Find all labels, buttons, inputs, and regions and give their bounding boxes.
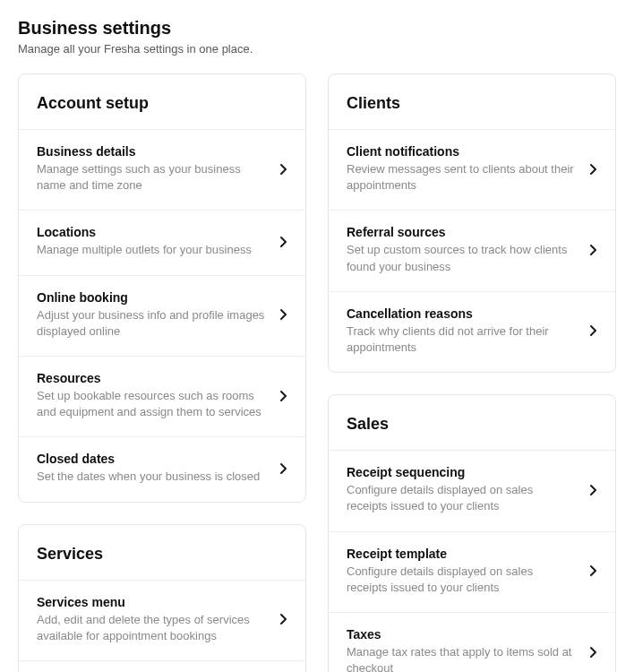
card-sales: SalesReceipt sequencingConfigure details… xyxy=(328,394,616,672)
chevron-right-icon xyxy=(590,646,597,659)
item-title: Online booking xyxy=(37,290,266,305)
item-desc: Configure details displayed on sales rec… xyxy=(347,482,576,514)
item-text: Closed datesSet the dates when your busi… xyxy=(37,452,280,485)
item-desc: Set up bookable resources such as rooms … xyxy=(37,388,266,420)
page-header: Business settings Manage all your Fresha… xyxy=(18,18,616,56)
item-desc: Manage multiple outlets for your busines… xyxy=(37,242,266,258)
chevron-right-icon xyxy=(280,236,287,248)
item-locations[interactable]: LocationsManage multiple outlets for you… xyxy=(19,210,305,274)
item-taxes[interactable]: TaxesManage tax rates that apply to item… xyxy=(329,612,615,672)
item-desc: Add, edit and delete the types of servic… xyxy=(37,612,266,644)
item-desc: Manage settings such as your business na… xyxy=(37,161,266,194)
item-text: Cancellation reasonsTrack why clients di… xyxy=(347,306,590,356)
chevron-right-icon xyxy=(590,484,597,496)
item-vouchers[interactable]: VouchersAdd, edit and delete the types o… xyxy=(19,660,305,672)
item-closed-dates[interactable]: Closed datesSet the dates when your busi… xyxy=(19,436,305,501)
item-title: Locations xyxy=(37,225,266,239)
item-title: Receipt template xyxy=(347,547,576,561)
card-title: Account setup xyxy=(19,74,305,129)
item-text: Online bookingAdjust your business info … xyxy=(37,290,280,340)
item-desc: Set the dates when your business is clos… xyxy=(37,469,266,485)
item-text: Referral sourcesSet up custom sources to… xyxy=(347,225,590,274)
card-title: Services xyxy=(19,525,305,580)
page-subtitle: Manage all your Fresha settings in one p… xyxy=(18,42,616,56)
chevron-right-icon xyxy=(590,564,597,577)
item-title: Resources xyxy=(37,371,266,385)
item-receipt-sequencing[interactable]: Receipt sequencingConfigure details disp… xyxy=(329,450,615,530)
item-title: Closed dates xyxy=(37,452,266,466)
chevron-right-icon xyxy=(590,163,597,176)
item-title: Cancellation reasons xyxy=(347,306,576,321)
item-cancellation-reasons[interactable]: Cancellation reasonsTrack why clients di… xyxy=(329,291,615,372)
chevron-right-icon xyxy=(280,613,287,625)
item-text: Client notificationsReview messages sent… xyxy=(347,144,590,194)
settings-column: ClientsClient notificationsReview messag… xyxy=(328,73,616,672)
item-text: ResourcesSet up bookable resources such … xyxy=(37,371,280,420)
item-title: Services menu xyxy=(37,595,266,609)
item-text: Business detailsManage settings such as … xyxy=(37,144,280,194)
card-title: Clients xyxy=(329,74,615,129)
card-clients: ClientsClient notificationsReview messag… xyxy=(328,73,616,373)
chevron-right-icon xyxy=(280,390,287,402)
page-title: Business settings xyxy=(18,18,616,39)
item-title: Referral sources xyxy=(347,225,576,239)
item-title: Client notifications xyxy=(347,144,576,159)
item-text: LocationsManage multiple outlets for you… xyxy=(37,225,280,258)
item-text: Services menuAdd, edit and delete the ty… xyxy=(37,595,280,644)
item-title: Taxes xyxy=(347,627,576,642)
item-client-notifications[interactable]: Client notificationsReview messages sent… xyxy=(329,129,615,210)
chevron-right-icon xyxy=(590,324,597,337)
item-title: Business details xyxy=(37,144,266,159)
item-referral-sources[interactable]: Referral sourcesSet up custom sources to… xyxy=(329,210,615,290)
chevron-right-icon xyxy=(280,462,287,475)
chevron-right-icon xyxy=(590,244,597,256)
item-business-details[interactable]: Business detailsManage settings such as … xyxy=(19,129,305,210)
card-title: Sales xyxy=(329,395,615,450)
chevron-right-icon xyxy=(280,163,287,176)
item-text: Receipt templateConfigure details displa… xyxy=(347,547,590,596)
item-services-menu[interactable]: Services menuAdd, edit and delete the ty… xyxy=(19,580,305,660)
item-desc: Configure details displayed on sales rec… xyxy=(347,564,576,596)
chevron-right-icon xyxy=(280,308,287,321)
item-text: TaxesManage tax rates that apply to item… xyxy=(347,627,590,672)
item-title: Receipt sequencing xyxy=(347,465,576,479)
item-desc: Set up custom sources to track how clien… xyxy=(347,242,576,274)
card-account-setup: Account setupBusiness detailsManage sett… xyxy=(18,73,306,503)
card-services: ServicesServices menuAdd, edit and delet… xyxy=(18,524,306,673)
item-online-booking[interactable]: Online bookingAdjust your business info … xyxy=(19,275,305,356)
settings-columns: Account setupBusiness detailsManage sett… xyxy=(18,73,616,672)
item-desc: Track why clients did not arrive for the… xyxy=(347,323,576,356)
settings-column: Account setupBusiness detailsManage sett… xyxy=(18,73,306,672)
item-desc: Manage tax rates that apply to items sol… xyxy=(347,644,576,672)
item-resources[interactable]: ResourcesSet up bookable resources such … xyxy=(19,356,305,436)
item-text: Receipt sequencingConfigure details disp… xyxy=(347,465,590,514)
item-desc: Adjust your business info and profile im… xyxy=(37,307,266,340)
item-receipt-template[interactable]: Receipt templateConfigure details displa… xyxy=(329,531,615,612)
item-desc: Review messages sent to clients about th… xyxy=(347,161,576,194)
